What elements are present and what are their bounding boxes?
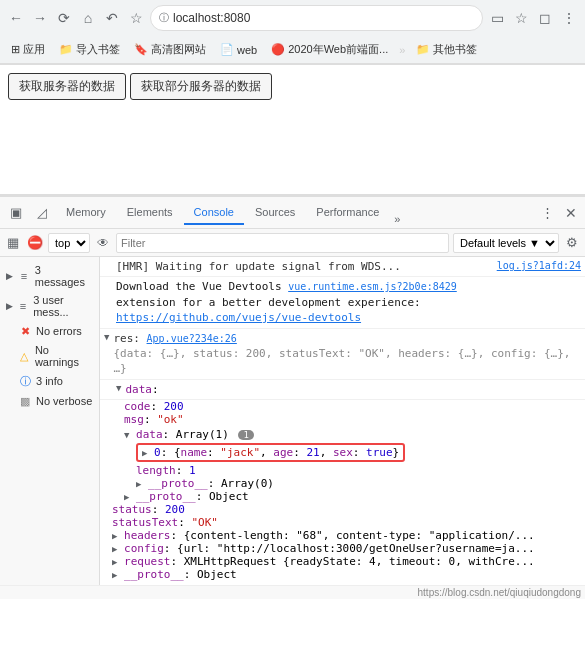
bookmark-other[interactable]: 📁 其他书签 bbox=[411, 40, 482, 59]
config-expand[interactable] bbox=[112, 544, 117, 554]
clear-console-button[interactable]: ▦ bbox=[4, 234, 22, 252]
back-button2[interactable]: ↶ bbox=[102, 8, 122, 28]
console-settings-button[interactable]: ⚙ bbox=[563, 234, 581, 252]
devtools-more-button[interactable]: ⋮ bbox=[535, 201, 559, 225]
msg-row-hmr: [HMR] Waiting for update signal from WDS… bbox=[100, 257, 585, 277]
folder-icon: 📁 bbox=[59, 43, 73, 56]
headers-expand[interactable] bbox=[112, 531, 117, 541]
bookmark-2020[interactable]: 🔴 2020年Web前端面... bbox=[266, 40, 393, 59]
res-content: res: App.vue?234e:26 {data: {…}, status:… bbox=[113, 331, 581, 377]
bookmarks-bar: ⊞ 应用 📁 导入书签 🔖 高清图网站 📄 web 🔴 2020年Web前端面.… bbox=[0, 36, 585, 64]
user-messages-icon: ≡ bbox=[17, 299, 29, 313]
tree-request-row: request: XMLHttpRequest {readyState: 4, … bbox=[100, 555, 585, 568]
length-val: 1 bbox=[189, 464, 196, 477]
msg-key: msg bbox=[124, 413, 144, 426]
page-content: 获取服务器的数据 获取部分服务器的数据 bbox=[0, 65, 585, 195]
data-key: data bbox=[125, 383, 152, 396]
tree-status-row: status: 200 bbox=[100, 503, 585, 516]
devtools-panel: ▣ ◿ Memory Elements Console Sources Perf… bbox=[0, 195, 585, 585]
res-label: res: bbox=[113, 332, 140, 345]
sidebar-item-messages[interactable]: ≡ 3 messages bbox=[0, 261, 99, 291]
console-toolbar: ▦ ⛔ top 👁 Default levels ▼ ⚙ bbox=[0, 229, 585, 257]
data-array-expand[interactable] bbox=[124, 430, 129, 440]
item0-expand[interactable] bbox=[142, 448, 147, 458]
sidebar-item-warnings[interactable]: △ No warnings bbox=[0, 341, 99, 371]
request-key: request bbox=[124, 555, 170, 568]
bookmark-hd[interactable]: 🔖 高清图网站 bbox=[129, 40, 211, 59]
more-tabs-button[interactable]: » bbox=[390, 213, 404, 225]
item0-sex-key: sex bbox=[333, 446, 353, 459]
sidebar-item-errors[interactable]: ✖ No errors bbox=[0, 321, 99, 341]
proto-array-expand[interactable] bbox=[136, 479, 141, 489]
proto-last-expand[interactable] bbox=[112, 570, 117, 580]
address-bar[interactable]: ⓘ localhost:8080 bbox=[150, 5, 483, 31]
config-key: config bbox=[124, 542, 164, 555]
res-summary: {data: {…}, status: 200, statusText: "OK… bbox=[113, 347, 570, 375]
bookmark-import[interactable]: 📁 导入书签 bbox=[54, 40, 125, 59]
bookmark-sep: » bbox=[399, 44, 405, 56]
footer-url: https://blog.csdn.net/qiuqiudongdong bbox=[0, 585, 585, 599]
data-expand-icon[interactable] bbox=[116, 382, 121, 395]
msg-row-download: Download the Vue Devtools vue.runtime.es… bbox=[100, 277, 585, 328]
res-expand-icon[interactable] bbox=[104, 331, 109, 344]
res-source[interactable]: App.vue?234e:26 bbox=[147, 333, 237, 344]
tab-new[interactable]: ◻ bbox=[535, 8, 555, 28]
item0-age-key: age bbox=[273, 446, 293, 459]
other-folder-icon: 📁 bbox=[416, 43, 430, 56]
bookmark-button[interactable]: ☆ bbox=[511, 8, 531, 28]
info-sidebar-icon: ⓘ bbox=[18, 374, 32, 388]
bookmark-star[interactable]: ☆ bbox=[126, 8, 146, 28]
bookmark-apps-label: 应用 bbox=[23, 42, 45, 57]
statustext-key: statusText bbox=[112, 516, 178, 529]
tree-config-row: config: {url: "http://localhost:3000/get… bbox=[100, 542, 585, 555]
hmr-source[interactable]: log.js?1afd:24 bbox=[497, 259, 581, 273]
statustext-val: "OK" bbox=[191, 516, 218, 529]
filter-input[interactable] bbox=[116, 233, 449, 253]
sidebar-item-user-messages[interactable]: ≡ 3 user mess... bbox=[0, 291, 99, 321]
tree-data-label: data: bbox=[125, 382, 581, 397]
tab-memory[interactable]: Memory bbox=[56, 201, 116, 225]
tab-elements[interactable]: Elements bbox=[117, 201, 183, 225]
tree-data-array-row: data: Array(1) 1 bbox=[100, 428, 585, 441]
get-server-data-button[interactable]: 获取服务器的数据 bbox=[8, 73, 126, 100]
sidebar-item-verbose[interactable]: ▩ No verbose bbox=[0, 391, 99, 411]
cast-button[interactable]: ▭ bbox=[487, 8, 507, 28]
msg-val: "ok" bbox=[157, 413, 184, 426]
tab-console[interactable]: Console bbox=[184, 201, 244, 225]
tree-proto-last-row: __proto__: Object bbox=[100, 568, 585, 581]
home-button[interactable]: ⌂ bbox=[78, 8, 98, 28]
download-source[interactable]: vue.runtime.esm.js?2b0e:8429 bbox=[288, 281, 457, 292]
bookmark-apps[interactable]: ⊞ 应用 bbox=[6, 40, 50, 59]
tab-performance[interactable]: Performance bbox=[306, 201, 389, 225]
log-level-select[interactable]: Default levels ▼ bbox=[453, 233, 559, 253]
forward-button[interactable]: → bbox=[30, 8, 50, 28]
devtools-url[interactable]: https://github.com/vuejs/vue-devtools bbox=[116, 311, 361, 324]
tab-sources[interactable]: Sources bbox=[245, 201, 305, 225]
messages-label: 3 messages bbox=[35, 264, 93, 288]
stop-button[interactable]: ⛔ bbox=[26, 234, 44, 252]
request-expand[interactable] bbox=[112, 557, 117, 567]
devtools-mobile-button[interactable]: ◿ bbox=[30, 201, 54, 225]
messages-icon: ≡ bbox=[17, 269, 31, 283]
menu-button[interactable]: ⋮ bbox=[559, 8, 579, 28]
apps-icon: ⊞ bbox=[11, 43, 20, 56]
console-area: ≡ 3 messages ≡ 3 user mess... ✖ No error… bbox=[0, 257, 585, 585]
console-sidebar: ≡ 3 messages ≡ 3 user mess... ✖ No error… bbox=[0, 257, 100, 585]
address-text: localhost:8080 bbox=[173, 11, 250, 25]
tree-code-row: code: 200 bbox=[100, 400, 585, 413]
item0-name-val: "jack" bbox=[220, 446, 260, 459]
back-button[interactable]: ← bbox=[6, 8, 26, 28]
item0-index: 0 bbox=[154, 446, 161, 459]
bookmark-2020-label: 2020年Web前端面... bbox=[288, 42, 388, 57]
devtools-close-button[interactable]: ✕ bbox=[561, 203, 581, 223]
get-partial-server-data-button[interactable]: 获取部分服务器的数据 bbox=[130, 73, 272, 100]
refresh-button[interactable]: ⟳ bbox=[54, 8, 74, 28]
sidebar-item-info[interactable]: ⓘ 3 info bbox=[0, 371, 99, 391]
context-selector[interactable]: top bbox=[48, 233, 90, 253]
proto-obj-expand[interactable] bbox=[124, 492, 129, 502]
download-expand bbox=[104, 281, 112, 294]
devtools-inspect-button[interactable]: ▣ bbox=[4, 201, 28, 225]
eye-icon[interactable]: 👁 bbox=[94, 236, 112, 250]
bookmark-web[interactable]: 📄 web bbox=[215, 41, 262, 58]
red-icon: 🔴 bbox=[271, 43, 285, 56]
